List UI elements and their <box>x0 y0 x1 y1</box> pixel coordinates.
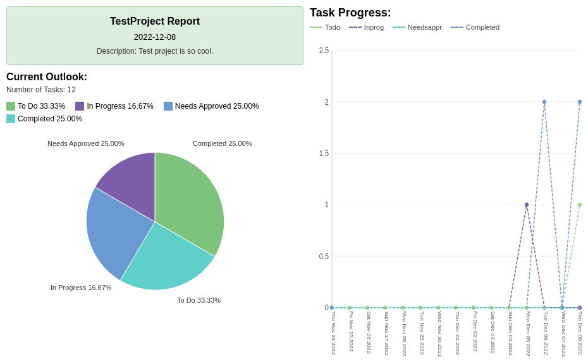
legend-inprog: In Progress 16.67% <box>75 102 153 111</box>
pie-label-todo: To Do 33.33% <box>177 296 221 304</box>
svg-text:Sat Dec 03 2022: Sat Dec 03 2022 <box>490 311 496 354</box>
left-panel: TestProject Report 2022-12-08 Descriptio… <box>6 6 303 358</box>
svg-text:1.5: 1.5 <box>319 149 329 157</box>
chart-legend-todo: Todo <box>310 23 340 31</box>
svg-text:Fri Nov 25 2022: Fri Nov 25 2022 <box>348 311 354 352</box>
chart-legend-completed: Completed <box>451 23 499 31</box>
svg-text:2: 2 <box>325 97 329 106</box>
line-chart-wrapper: 2.5 2 1.5 1 0.5 0 Thu Nov 24 2022 Fri No… <box>310 36 582 358</box>
pie-chart-container: Completed 25.00% Needs Approved 25.00% I… <box>54 133 256 310</box>
outlook-section: Current Outlook: Number of Tasks: 12 To … <box>6 71 303 358</box>
legend-needsappr: Needs Approved 25.00% <box>164 102 259 111</box>
chart-legend-label-todo: Todo <box>325 23 340 31</box>
svg-text:2.5: 2.5 <box>319 46 329 54</box>
chart-legend-line-needsappr <box>393 27 405 28</box>
svg-text:Sat Nov 26 2022: Sat Nov 26 2022 <box>366 311 372 354</box>
svg-text:1: 1 <box>325 200 329 209</box>
svg-text:Thu Nov 24 2022: Thu Nov 24 2022 <box>331 311 336 355</box>
pie-label-inprog: In Progress 16.67% <box>51 284 112 291</box>
project-header: TestProject Report 2022-12-08 Descriptio… <box>6 6 303 65</box>
legend-label-completed: Completed 25.00% <box>18 114 82 123</box>
completed-dot-14 <box>578 100 582 104</box>
legend-todo: To Do 33.33% <box>6 102 65 111</box>
svg-text:Fri Dec 02 2022: Fri Dec 02 2022 <box>472 311 478 352</box>
project-description: Description: Test project is so cool. <box>20 47 290 56</box>
svg-text:Tue Dec 06 2022: Tue Dec 06 2022 <box>543 311 549 355</box>
chart-legend-line-todo <box>310 27 322 28</box>
pie-label-needsappr: Needs Approved 25.00% <box>47 140 125 147</box>
outlook-title: Current Outlook: <box>6 71 303 83</box>
svg-text:Sun Dec 04 2022: Sun Dec 04 2022 <box>508 311 513 355</box>
chart-legend-line-completed <box>451 27 463 28</box>
svg-text:Wed Nov 30 2022: Wed Nov 30 2022 <box>437 311 443 356</box>
chart-legend-needsappr: Needsappr <box>393 23 442 31</box>
completed-dot-12 <box>542 100 546 104</box>
svg-text:Mon Dec 05 2022: Mon Dec 05 2022 <box>525 311 531 356</box>
svg-text:Thu Dec 08 2022: Thu Dec 08 2022 <box>577 311 582 355</box>
pie-legend: To Do 33.33% In Progress 16.67% Needs Ap… <box>6 102 303 123</box>
page: TestProject Report 2022-12-08 Descriptio… <box>0 0 588 364</box>
todo-dot-14 <box>578 203 582 207</box>
legend-label-todo: To Do 33.33% <box>18 102 65 111</box>
chart-legend-label-needsappr: Needsappr <box>408 23 442 31</box>
svg-text:Sun Nov 27 2022: Sun Nov 27 2022 <box>384 311 389 355</box>
chart-legend-label-completed: Completed <box>466 23 499 31</box>
legend-box-completed <box>6 114 15 123</box>
svg-text:Thu Dec 01 2022: Thu Dec 01 2022 <box>455 311 460 355</box>
legend-label-needsappr: Needs Approved 25.00% <box>175 102 259 111</box>
chart-legend-inprog: Inprog <box>349 23 384 31</box>
chart-title: Task Progress: <box>310 6 582 20</box>
svg-text:Wed Dec 07 2022: Wed Dec 07 2022 <box>561 311 567 356</box>
svg-text:Mon Nov 28 2022: Mon Nov 28 2022 <box>401 311 407 356</box>
chart-legend: Todo Inprog Needsappr Completed <box>310 23 582 31</box>
project-date: 2022-12-08 <box>20 32 290 42</box>
legend-box-inprog <box>75 102 84 111</box>
chart-legend-label-inprog: Inprog <box>364 23 384 31</box>
right-panel: Task Progress: Todo Inprog Needsappr Com… <box>310 6 582 358</box>
project-title: TestProject Report <box>20 16 290 27</box>
svg-text:0.5: 0.5 <box>319 252 329 260</box>
pie-label-completed: Completed 25.00% <box>193 140 252 147</box>
legend-completed: Completed 25.00% <box>6 114 82 123</box>
legend-label-inprog: In Progress 16.67% <box>87 102 153 111</box>
chart-legend-line-inprog <box>349 27 362 28</box>
line-chart-svg: 2.5 2 1.5 1 0.5 0 Thu Nov 24 2022 Fri No… <box>310 36 582 358</box>
svg-text:Tue Nov 29 2022: Tue Nov 29 2022 <box>419 311 425 355</box>
inprog-dot-11 <box>525 203 529 207</box>
legend-box-needsappr <box>164 102 173 111</box>
legend-box-todo <box>6 102 15 111</box>
svg-text:0: 0 <box>325 303 329 312</box>
task-count: Number of Tasks: 12 <box>6 85 303 94</box>
